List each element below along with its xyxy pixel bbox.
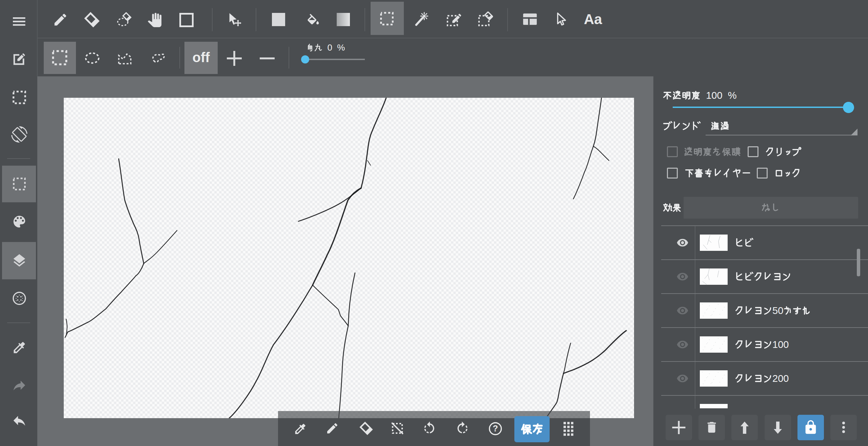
- svg-text:200: 200: [772, 373, 789, 384]
- svg-text:?: ?: [493, 424, 498, 433]
- svg-text:100 %: 100 %: [701, 90, 737, 101]
- svg-text:0 %: 0 %: [322, 42, 345, 53]
- svg-text:50: 50: [772, 305, 783, 316]
- svg-text:100: 100: [772, 339, 789, 350]
